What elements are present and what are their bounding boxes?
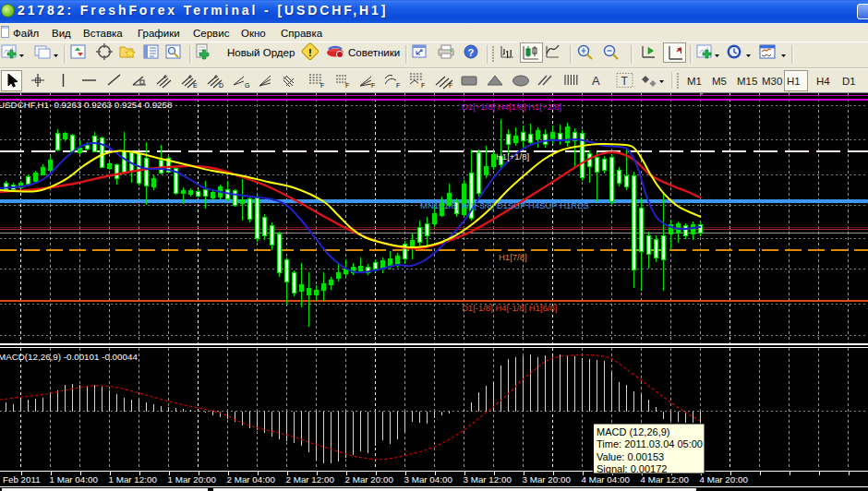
svg-text:D1[+1/8] H4[1/8] H1[+2/8]: D1[+1/8] H4[1/8] H1[+2/8] [462,102,561,112]
svg-text:Feb 2011: Feb 2011 [3,474,41,485]
svg-text:H1[7/8]: H1[7/8] [499,252,527,262]
svg-text:?: ? [468,47,475,58]
svg-text:3 Mar 12:00: 3 Mar 12:00 [464,474,512,485]
svg-text:2 Mar 12:00: 2 Mar 12:00 [286,474,335,485]
svg-text:H1[+1/8]: H1[+1/8] [496,151,529,162]
svg-text:4 Mar 04:00: 4 Mar 04:00 [582,474,631,485]
svg-text:Value: 0.00153: Value: 0.00153 [597,451,664,462]
svg-text:T: T [621,75,629,88]
svg-text:M15: M15 [737,76,757,87]
svg-text:G: G [245,82,249,89]
svg-text:H1: H1 [787,76,801,87]
svg-text:!: ! [308,47,312,58]
svg-text:E: E [193,82,198,89]
svg-text:3 Mar 20:00: 3 Mar 20:00 [523,474,572,485]
svg-text:Time: 2011.03.04 05:00: Time: 2011.03.04 05:00 [597,438,703,449]
svg-text:D: D [219,82,223,89]
svg-text:USDCHF,H1 0.9263 0.9263 0.925: USDCHF,H1 0.9263 0.9263 0.9254 0.9258 [0,100,173,110]
svg-text:1 Mar 04:00: 1 Mar 04:00 [50,474,99,485]
svg-text:A: A [592,74,600,88]
svg-text:1 Mar 20:00: 1 Mar 20:00 [168,474,217,485]
svg-text:F: F [320,82,324,89]
svg-text:2 Mar 20:00: 2 Mar 20:00 [345,474,394,485]
svg-text:MN1[-1/8] W1[-3/8] D1SUP H4SUP: MN1[-1/8] W1[-3/8] D1SUP H4SUP H1RES [420,200,589,210]
svg-text:4 Mar 12:00: 4 Mar 12:00 [641,474,690,485]
svg-text:Советники: Советники [348,47,400,58]
svg-text:1 Mar 12:00: 1 Mar 12:00 [109,474,158,485]
svg-text:M30: M30 [762,76,782,87]
svg-text:M1: M1 [687,76,702,87]
svg-text:3 Mar 04:00: 3 Mar 04:00 [404,474,453,485]
svg-text:F: F [371,82,375,89]
svg-text:4 Mar 20:00: 4 Mar 20:00 [700,474,749,485]
svg-text:F: F [449,82,452,89]
svg-text:D1: D1 [842,76,856,87]
svg-text:MACD (12,26,9): MACD (12,26,9) [597,426,669,437]
svg-text:F: F [421,82,425,89]
svg-text:D1[-1/8] H4[-1/8] H1[6/8]: D1[-1/8] H4[-1/8] H1[6/8] [462,303,558,313]
svg-text:H4: H4 [816,76,830,87]
svg-text:Новый Ордер: Новый Ордер [227,47,295,58]
svg-text:M5: M5 [712,76,727,87]
svg-text:F: F [396,82,400,89]
svg-text:F: F [345,82,349,89]
svg-text:MACD(12,26,9) -0.00101 -0.0004: MACD(12,26,9) -0.00101 -0.00044 [0,352,138,362]
svg-text:2 Mar 04:00: 2 Mar 04:00 [227,474,276,485]
svg-text:Signal: 0.00172: Signal: 0.00172 [597,463,667,474]
